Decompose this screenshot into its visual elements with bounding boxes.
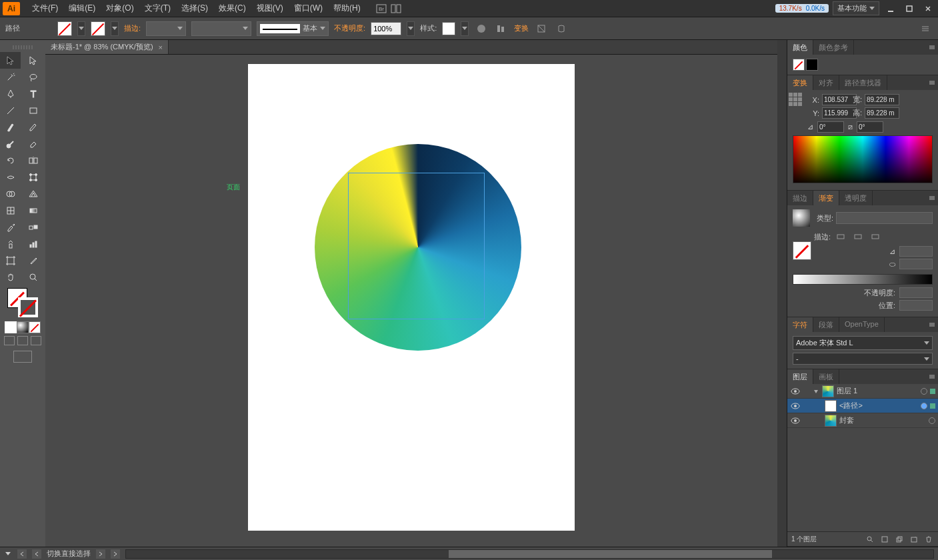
layer-row[interactable]: 封套 bbox=[787, 413, 938, 428]
stop-position-input[interactable] bbox=[899, 300, 933, 311]
align-icon[interactable] bbox=[494, 21, 509, 36]
tab-layers[interactable]: 图层 bbox=[787, 369, 813, 384]
menu-file[interactable]: 文件(F) bbox=[27, 0, 63, 17]
free-transform-tool[interactable] bbox=[23, 169, 43, 185]
mesh-tool[interactable] bbox=[0, 202, 21, 219]
stroke-align-1-icon[interactable] bbox=[833, 229, 848, 244]
minimize-button[interactable] bbox=[883, 3, 898, 15]
draw-behind[interactable] bbox=[17, 336, 28, 345]
control-menu-icon[interactable] bbox=[918, 21, 933, 36]
menu-view[interactable]: 视图(V) bbox=[251, 0, 289, 17]
menu-type[interactable]: 文字(T) bbox=[139, 0, 176, 17]
canvas[interactable]: 页面 bbox=[45, 55, 777, 547]
char-panel-menu-icon[interactable] bbox=[926, 317, 938, 332]
new-layer-icon[interactable] bbox=[909, 534, 919, 545]
recolor-icon[interactable] bbox=[474, 21, 489, 36]
graph-tool[interactable] bbox=[23, 235, 43, 252]
scroll-right2-icon[interactable] bbox=[111, 549, 120, 559]
menu-effect[interactable]: 效果(C) bbox=[213, 0, 251, 17]
expand-icon[interactable] bbox=[813, 388, 819, 395]
magic-wand-tool[interactable] bbox=[0, 69, 21, 85]
draw-inside[interactable] bbox=[31, 336, 41, 345]
toolbox-grip[interactable] bbox=[13, 45, 33, 49]
reference-point-grid[interactable] bbox=[789, 93, 802, 106]
layer-name[interactable]: 封套 bbox=[839, 415, 926, 425]
target-icon[interactable] bbox=[929, 417, 935, 424]
rectangle-tool[interactable] bbox=[23, 102, 43, 119]
stroke-box[interactable] bbox=[18, 297, 38, 317]
font-family-select[interactable]: Adobe 宋体 Std L bbox=[793, 336, 933, 350]
selection-tool[interactable] bbox=[0, 52, 21, 69]
opacity-dropdown[interactable] bbox=[407, 21, 415, 36]
eraser-tool[interactable] bbox=[23, 135, 43, 152]
rotate-input[interactable] bbox=[817, 121, 844, 133]
style-swatch[interactable] bbox=[442, 22, 455, 35]
tab-color-guide[interactable]: 颜色参考 bbox=[813, 40, 854, 55]
blob-brush-tool[interactable] bbox=[0, 135, 21, 152]
zoom-tool[interactable] bbox=[23, 269, 43, 285]
fill-swatch[interactable] bbox=[57, 21, 72, 36]
color-panel-menu-icon[interactable] bbox=[926, 40, 938, 55]
tab-opentype[interactable]: OpenType bbox=[839, 317, 885, 332]
line-tool[interactable] bbox=[0, 102, 21, 119]
opacity-input[interactable] bbox=[371, 22, 401, 35]
font-style-select[interactable]: - bbox=[793, 353, 933, 365]
stroke-dropdown[interactable] bbox=[111, 21, 119, 36]
stroke-align-2-icon[interactable] bbox=[851, 229, 865, 244]
bridge-icon[interactable]: Br bbox=[374, 1, 389, 16]
screen-mode[interactable] bbox=[13, 351, 32, 363]
draw-normal[interactable] bbox=[4, 336, 15, 345]
gradient-preview[interactable] bbox=[793, 209, 810, 227]
target-icon[interactable] bbox=[921, 403, 927, 409]
arrange-icon[interactable] bbox=[389, 1, 403, 16]
rotate-tool[interactable] bbox=[0, 152, 21, 169]
none-mode[interactable] bbox=[29, 321, 41, 333]
gradient-panel-menu-icon[interactable] bbox=[926, 191, 938, 205]
eyedropper-tool[interactable] bbox=[0, 219, 21, 235]
menu-object[interactable]: 对象(O) bbox=[101, 0, 139, 17]
tab-transform[interactable]: 变换 bbox=[787, 75, 813, 90]
lasso-tool[interactable] bbox=[23, 69, 43, 85]
scroll-left2-icon[interactable] bbox=[32, 549, 41, 559]
target-icon[interactable] bbox=[921, 388, 927, 395]
stroke-align-3-icon[interactable] bbox=[868, 229, 883, 244]
tab-pathfinder[interactable]: 路径查找器 bbox=[839, 75, 887, 90]
transform-panel-menu-icon[interactable] bbox=[926, 75, 938, 90]
direct-select-tool[interactable] bbox=[23, 52, 43, 69]
stroke-swatch[interactable] bbox=[91, 21, 105, 36]
document-tab[interactable]: 未标题-1* @ 83% (CMYK/预览) × bbox=[45, 40, 169, 54]
menu-window[interactable]: 窗口(W) bbox=[289, 0, 328, 17]
stop-opacity-input[interactable] bbox=[899, 287, 933, 298]
tab-gradient[interactable]: 渐变 bbox=[813, 191, 839, 205]
brush-select[interactable]: 基本 bbox=[257, 21, 329, 36]
symbol-sprayer-tool[interactable] bbox=[0, 235, 21, 252]
menu-help[interactable]: 帮助(H) bbox=[328, 0, 366, 17]
pen-tool[interactable] bbox=[0, 85, 21, 102]
hand-tool[interactable] bbox=[0, 269, 21, 285]
locate-icon[interactable] bbox=[865, 534, 875, 545]
tab-stroke[interactable]: 描边 bbox=[787, 191, 813, 205]
gradient-tool[interactable] bbox=[23, 202, 43, 219]
gradient-mode[interactable] bbox=[17, 321, 29, 333]
layers-panel-menu-icon[interactable] bbox=[926, 369, 938, 384]
tab-close-icon[interactable]: × bbox=[159, 43, 163, 51]
solid-color-mode[interactable] bbox=[5, 321, 17, 333]
visibility-icon[interactable] bbox=[790, 415, 801, 426]
tab-artboards[interactable]: 画板 bbox=[813, 369, 839, 384]
pencil-tool[interactable] bbox=[23, 119, 43, 135]
type-tool[interactable]: T bbox=[23, 85, 43, 102]
gradient-slider[interactable] bbox=[793, 274, 933, 285]
perspective-tool[interactable] bbox=[23, 185, 43, 202]
workspace-dropdown[interactable]: 基本功能 bbox=[833, 1, 879, 15]
zoom-segment[interactable] bbox=[4, 550, 12, 558]
visibility-icon[interactable] bbox=[790, 386, 801, 397]
width-tool[interactable] bbox=[0, 169, 21, 185]
visibility-icon[interactable] bbox=[790, 401, 801, 411]
shear-input[interactable] bbox=[857, 121, 883, 133]
brush-tool[interactable] bbox=[0, 119, 21, 135]
scroll-right-icon[interactable] bbox=[96, 549, 105, 559]
style-dropdown[interactable] bbox=[461, 21, 469, 36]
slice-tool[interactable] bbox=[23, 252, 43, 269]
blend-tool[interactable] bbox=[23, 219, 43, 235]
layer-name[interactable]: 图层 1 bbox=[837, 386, 918, 396]
